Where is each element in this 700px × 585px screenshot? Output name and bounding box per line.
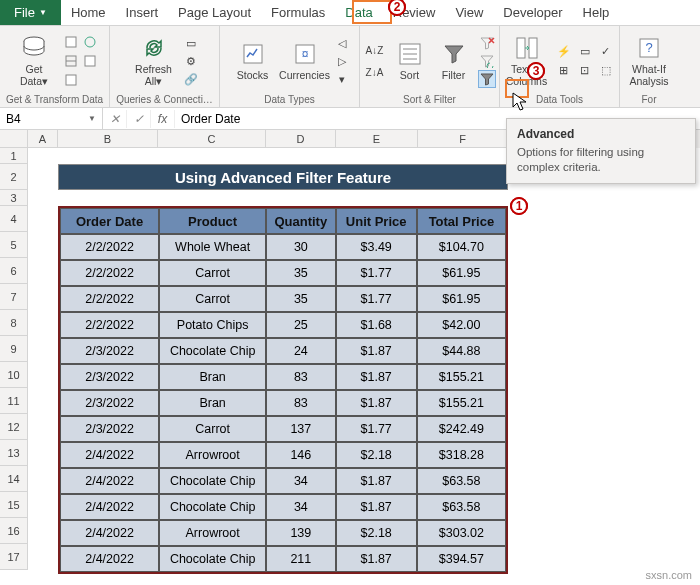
tab-developer[interactable]: Developer xyxy=(493,0,572,25)
table-cell[interactable]: $1.87 xyxy=(336,468,417,494)
fx-icon[interactable]: fx xyxy=(151,110,175,128)
table-cell[interactable]: $242.49 xyxy=(417,416,506,442)
whatif-button[interactable]: ? What-If Analysis xyxy=(625,32,673,89)
chevron-right-icon[interactable]: ▷ xyxy=(333,52,351,70)
enter-icon[interactable]: ✓ xyxy=(127,110,151,128)
table-cell[interactable]: $318.28 xyxy=(417,442,506,468)
table-cell[interactable]: 34 xyxy=(266,468,335,494)
row-header[interactable]: 6 xyxy=(0,258,28,284)
header-cell[interactable]: Product xyxy=(159,208,266,234)
col-header[interactable]: E xyxy=(336,130,418,148)
col-header[interactable]: A xyxy=(28,130,58,148)
from-text-icon[interactable] xyxy=(62,33,80,51)
table-cell[interactable]: Carrot xyxy=(159,260,266,286)
row-header[interactable]: 9 xyxy=(0,336,28,362)
header-cell[interactable]: Total Price xyxy=(417,208,506,234)
col-header[interactable]: F xyxy=(418,130,508,148)
tab-page-layout[interactable]: Page Layout xyxy=(168,0,261,25)
row-header[interactable]: 10 xyxy=(0,362,28,388)
tab-formulas[interactable]: Formulas xyxy=(261,0,335,25)
table-cell[interactable]: $104.70 xyxy=(417,234,506,260)
table-cell[interactable]: 146 xyxy=(266,442,335,468)
from-table-icon[interactable] xyxy=(62,52,80,70)
table-cell[interactable]: 2/3/2022 xyxy=(60,390,159,416)
table-cell[interactable]: Potato Chips xyxy=(159,312,266,338)
table-cell[interactable]: 2/2/2022 xyxy=(60,260,159,286)
table-cell[interactable]: $61.95 xyxy=(417,260,506,286)
tab-home[interactable]: Home xyxy=(61,0,116,25)
sort-desc-icon[interactable]: Z↓A xyxy=(364,61,386,83)
table-cell[interactable]: $1.77 xyxy=(336,286,417,312)
select-all-corner[interactable] xyxy=(0,130,28,148)
table-cell[interactable]: Arrowroot xyxy=(159,442,266,468)
tab-help[interactable]: Help xyxy=(573,0,620,25)
table-cell[interactable]: 2/3/2022 xyxy=(60,364,159,390)
row-header[interactable]: 8 xyxy=(0,310,28,336)
table-cell[interactable]: $1.87 xyxy=(336,390,417,416)
table-cell[interactable]: Carrot xyxy=(159,416,266,442)
table-cell[interactable]: 2/4/2022 xyxy=(60,520,159,546)
table-cell[interactable]: 24 xyxy=(266,338,335,364)
table-cell[interactable]: 2/4/2022 xyxy=(60,494,159,520)
table-cell[interactable]: 83 xyxy=(266,390,335,416)
table-cell[interactable]: $1.77 xyxy=(336,416,417,442)
sort-asc-icon[interactable]: A↓Z xyxy=(364,39,386,61)
row-header[interactable]: 11 xyxy=(0,388,28,414)
table-cell[interactable]: Carrot xyxy=(159,286,266,312)
table-cell[interactable]: 2/4/2022 xyxy=(60,546,159,572)
table-cell[interactable]: 2/2/2022 xyxy=(60,312,159,338)
table-cell[interactable]: $42.00 xyxy=(417,312,506,338)
name-box[interactable]: B4 ▼ xyxy=(0,108,103,129)
clear-filter-icon[interactable] xyxy=(478,34,496,52)
table-cell[interactable]: $303.02 xyxy=(417,520,506,546)
queries-icon[interactable]: ▭ xyxy=(182,34,200,52)
table-cell[interactable]: 30 xyxy=(266,234,335,260)
table-cell[interactable]: 25 xyxy=(266,312,335,338)
table-cell[interactable]: $63.58 xyxy=(417,468,506,494)
recent-sources-icon[interactable] xyxy=(81,52,99,70)
table-cell[interactable]: $61.95 xyxy=(417,286,506,312)
currencies-button[interactable]: ¤ Currencies xyxy=(281,38,329,84)
table-cell[interactable]: 139 xyxy=(266,520,335,546)
chevron-left-icon[interactable]: ◁ xyxy=(333,34,351,52)
table-cell[interactable]: $63.58 xyxy=(417,494,506,520)
table-cell[interactable]: Chocolate Chip xyxy=(159,494,266,520)
table-cell[interactable]: 34 xyxy=(266,494,335,520)
row-header[interactable]: 16 xyxy=(0,518,28,544)
table-cell[interactable]: $1.87 xyxy=(336,546,417,572)
row-header[interactable]: 2 xyxy=(0,164,28,190)
refresh-all-button[interactable]: Refresh All▾ xyxy=(130,32,178,89)
table-cell[interactable]: Bran xyxy=(159,390,266,416)
table-cell[interactable]: $44.88 xyxy=(417,338,506,364)
table-cell[interactable]: 2/4/2022 xyxy=(60,468,159,494)
table-cell[interactable]: 2/3/2022 xyxy=(60,338,159,364)
table-cell[interactable]: 2/4/2022 xyxy=(60,442,159,468)
table-cell[interactable]: $155.21 xyxy=(417,390,506,416)
existing-conn-icon[interactable] xyxy=(62,71,80,89)
row-header[interactable]: 14 xyxy=(0,466,28,492)
get-data-button[interactable]: Get Data▾ xyxy=(10,32,58,89)
table-cell[interactable]: 83 xyxy=(266,364,335,390)
table-cell[interactable]: Bran xyxy=(159,364,266,390)
table-cell[interactable]: $2.18 xyxy=(336,442,417,468)
tab-view[interactable]: View xyxy=(445,0,493,25)
data-model-icon[interactable]: ⬚ xyxy=(597,62,615,80)
row-header[interactable]: 13 xyxy=(0,440,28,466)
reapply-filter-icon[interactable] xyxy=(478,52,496,70)
table-cell[interactable]: $3.49 xyxy=(336,234,417,260)
table-cell[interactable]: Whole Wheat xyxy=(159,234,266,260)
row-header[interactable]: 15 xyxy=(0,492,28,518)
consolidate-icon[interactable]: ⊞ xyxy=(555,62,573,80)
filter-button[interactable]: Filter xyxy=(434,38,474,84)
row-header[interactable]: 1 xyxy=(0,148,28,164)
row-header[interactable]: 12 xyxy=(0,414,28,440)
table-cell[interactable]: $1.87 xyxy=(336,494,417,520)
col-header[interactable]: B xyxy=(58,130,158,148)
header-cell[interactable]: Unit Price xyxy=(336,208,417,234)
table-cell[interactable]: Chocolate Chip xyxy=(159,338,266,364)
col-header[interactable]: C xyxy=(158,130,266,148)
table-cell[interactable]: Chocolate Chip xyxy=(159,468,266,494)
table-cell[interactable]: 2/2/2022 xyxy=(60,234,159,260)
file-tab[interactable]: File ▼ xyxy=(0,0,61,25)
table-cell[interactable]: 2/2/2022 xyxy=(60,286,159,312)
